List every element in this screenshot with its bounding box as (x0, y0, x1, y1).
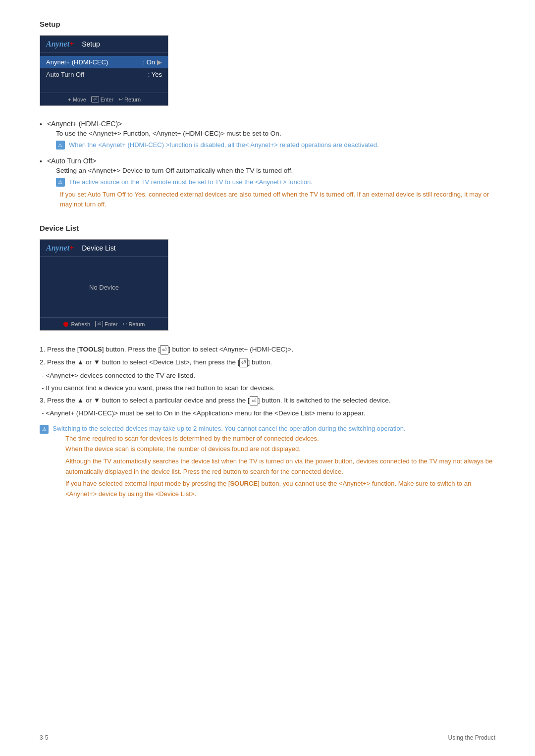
return-label: Return (124, 97, 141, 102)
device-list-title: Device List (40, 224, 495, 232)
anynet-logo: Anynet+ (46, 40, 74, 49)
device-list-section: Device List Anynet+ Device List No Devic… (40, 224, 495, 500)
auto-turn-off-sub-text: Setting an <Anynet+> Device to turn Off … (56, 167, 495, 174)
device-list-menu-header: Anynet+ Device List (40, 240, 168, 257)
anynet-cec-sub-text: To use the <Anynet+> Function, <Anynet+ … (56, 130, 495, 137)
orange-line-4: If you have selected external input mode… (65, 479, 495, 500)
move-icon (67, 97, 71, 102)
return-icon: ↩ (118, 96, 123, 102)
enter-icon-group-2: ⏎ Enter (95, 321, 117, 327)
device-list-menu-footer: Refresh ⏎ Enter ↩ Return (40, 317, 168, 330)
no-device-area: No Device (40, 260, 168, 314)
bullet-anynet-cec: • <Anynet+ (HDMI-CEC)> To use the <Anyne… (40, 120, 495, 153)
menu-row-auto-turn-off[interactable]: Auto Turn Off : Yes (40, 68, 168, 81)
device-list-menu-title: Device List (82, 244, 115, 252)
enter-icon-group: ⏎ Enter (91, 96, 113, 102)
auto-turn-off-value: : Yes (148, 71, 162, 78)
setup-section: Setup Anynet+ Setup Anynet+ (HDMI-CEC) :… (40, 20, 495, 209)
orange-note-lines: The time required to scan for devices is… (65, 434, 495, 500)
anynet-cec-note: When the <Anynet+ (HDMI-CEC) >function i… (56, 140, 495, 150)
page-label: Using the Product (448, 734, 495, 741)
auto-turn-off-note: The active source on the TV remote must … (56, 177, 495, 187)
setup-menu-body: Anynet+ (HDMI-CEC) : On ▶ Auto Turn Off … (40, 53, 168, 93)
big-note-block: Switching to the selected devices may ta… (40, 424, 495, 500)
move-label: Move (73, 97, 86, 102)
enter-btn-icon-3: ⏎ (250, 396, 258, 405)
blue-note-line-1: Switching to the selected devices may ta… (53, 424, 495, 434)
auto-turn-off-note-text: The active source on the TV remote must … (69, 177, 313, 187)
no-device-text: No Device (89, 284, 119, 291)
bullet-content-1: <Anynet+ (HDMI-CEC)> To use the <Anynet+… (47, 120, 495, 153)
anynet-cec-value: : On (143, 58, 155, 66)
page-footer: 3-5 Using the Product (40, 729, 495, 741)
enter-label-2: Enter (105, 321, 117, 327)
anynet-cec-label: Anynet+ (HDMI-CEC) (46, 58, 139, 66)
bullet-dot-2: • (40, 157, 42, 165)
dash-2: - If you cannot find a device you want, … (42, 383, 495, 393)
menu-row-anynet[interactable]: Anynet+ (HDMI-CEC) : On ▶ (40, 56, 168, 68)
setup-menu-header: Anynet+ Setup (40, 36, 168, 53)
device-list-menu-box: Anynet+ Device List No Device Refresh ⏎ … (40, 239, 168, 331)
orange-line-2: When the device scan is complete, the nu… (65, 444, 495, 454)
bullet-dot-1: • (40, 120, 42, 128)
enter-btn-icon-1: ⏎ (160, 345, 168, 354)
anynet-cec-arrow: ▶ (157, 58, 162, 66)
step-2: 2. Press the ▲ or ▼ button to select <De… (40, 357, 495, 367)
enter-label: Enter (101, 97, 113, 102)
anynet-cec-note-text: When the <Anynet+ (HDMI-CEC) >function i… (69, 140, 379, 150)
step-list: 1. Press the [TOOLS] button. Press the [… (40, 345, 495, 419)
note-icon-2 (56, 178, 65, 187)
step-3: 3. Press the ▲ or ▼ button to select a p… (40, 396, 495, 405)
step-1: 1. Press the [TOOLS] button. Press the [… (40, 345, 495, 354)
return-icon-group-2: ↩ Return (122, 321, 145, 327)
bullet-content-2: <Auto Turn Off> Setting an <Anynet+> Dev… (47, 157, 495, 209)
auto-turn-off-note-orange: If you set Auto Turn Off to Yes, connect… (60, 190, 495, 209)
dash-1: - <Anynet+> devices connected to the TV … (42, 371, 495, 381)
enter-icon: ⏎ (91, 96, 99, 102)
return-label-2: Return (128, 321, 145, 327)
refresh-icon-group: Refresh (63, 321, 91, 327)
setup-menu-box: Anynet+ Setup Anynet+ (HDMI-CEC) : On ▶ … (40, 35, 168, 106)
anynet-logo-2: Anynet+ (46, 244, 74, 252)
return-icon-2: ↩ (122, 321, 127, 327)
anynet-cec-bullet-label: <Anynet+ (HDMI-CEC)> (47, 120, 495, 128)
enter-icon-2: ⏎ (95, 321, 103, 327)
note-icon-3 (40, 425, 49, 434)
orange-line-3: Although the TV automatically searches t… (65, 456, 495, 477)
move-icon-group: Move (67, 97, 86, 102)
orange-line-1: The time required to scan for devices is… (65, 434, 495, 444)
enter-btn-icon-2: ⏎ (239, 358, 248, 367)
setup-menu-footer: Move ⏎ Enter ↩ Return (40, 93, 168, 105)
bullet-auto-turn-off: • <Auto Turn Off> Setting an <Anynet+> D… (40, 157, 495, 209)
setup-title: Setup (40, 20, 495, 28)
setup-menu-title: Setup (82, 40, 100, 48)
device-list-menu-body: No Device (40, 257, 168, 317)
note-icon-1 (56, 141, 65, 150)
red-dot-icon (63, 322, 68, 327)
big-note-content: Switching to the selected devices may ta… (53, 424, 495, 500)
auto-turn-off-label: Auto Turn Off (46, 71, 144, 78)
page-number: 3-5 (40, 734, 48, 741)
refresh-label: Refresh (71, 321, 91, 327)
return-icon-group: ↩ Return (118, 96, 141, 102)
auto-turn-off-bullet-label: <Auto Turn Off> (47, 157, 495, 165)
dash-3: - <Anynet+ (HDMI-CEC)> must be set to On… (42, 408, 495, 418)
